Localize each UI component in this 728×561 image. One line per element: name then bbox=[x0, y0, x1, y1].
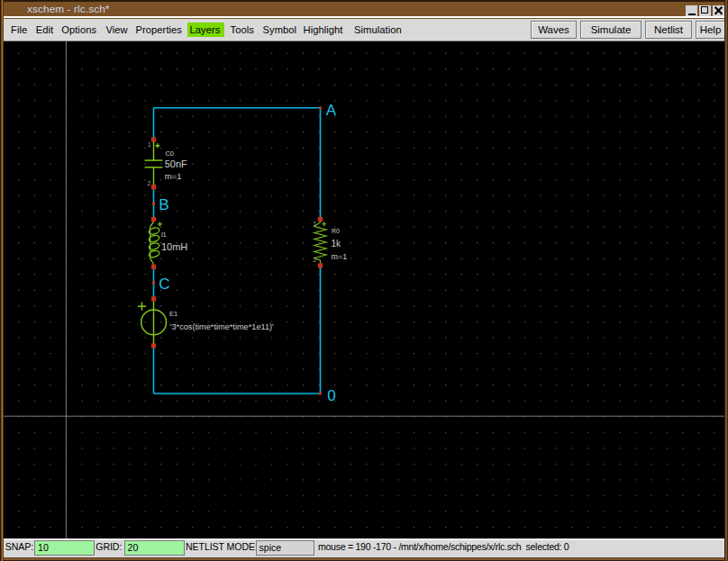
svg-text:10mH: 10mH bbox=[161, 241, 187, 252]
svg-text:1k: 1k bbox=[332, 239, 342, 249]
svg-text:R0: R0 bbox=[332, 228, 340, 234]
svg-text:B: B bbox=[159, 196, 168, 213]
svg-text:1: 1 bbox=[148, 141, 151, 148]
svg-text:'3*cos(time*time*time*1e11)': '3*cos(time*time*time*1e11)' bbox=[170, 322, 274, 331]
svg-text:C0: C0 bbox=[165, 149, 174, 158]
svg-text:l1: l1 bbox=[161, 231, 167, 239]
svg-text:2: 2 bbox=[314, 257, 317, 263]
svg-text:m=1: m=1 bbox=[332, 252, 348, 261]
svg-text:50nF: 50nF bbox=[165, 158, 187, 169]
svg-text:1: 1 bbox=[313, 221, 316, 227]
svg-text:m=1: m=1 bbox=[165, 171, 182, 181]
svg-text:2: 2 bbox=[148, 180, 151, 186]
svg-text:E1: E1 bbox=[169, 310, 177, 318]
svg-text:C: C bbox=[159, 276, 169, 293]
svg-text:A: A bbox=[326, 102, 337, 119]
svg-text:0: 0 bbox=[327, 387, 335, 404]
